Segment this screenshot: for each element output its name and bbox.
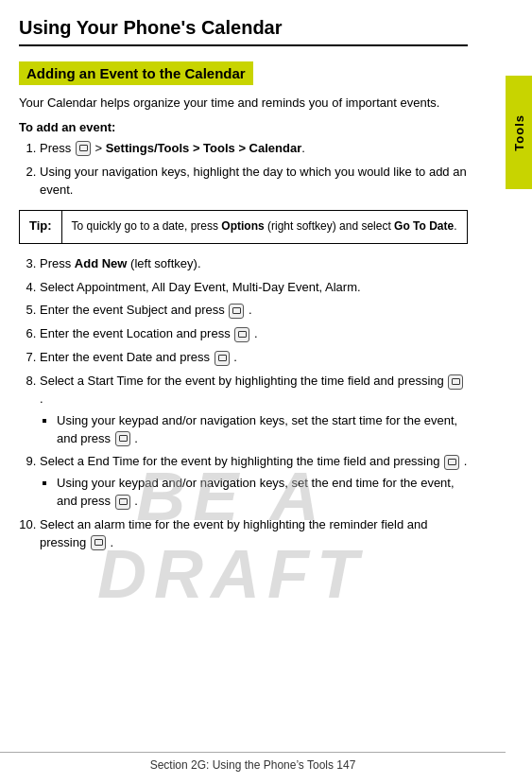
step-3: Press Add New (left softkey). bbox=[40, 255, 468, 273]
step-3-before: Press bbox=[40, 256, 75, 270]
step-9-after: . bbox=[464, 454, 468, 468]
step-8-sub-1: Using your keypad and/or navigation keys… bbox=[57, 412, 468, 448]
step-9-before: Select a End Time for the event by highl… bbox=[40, 454, 443, 468]
step-8: Select a Start Time for the event by hig… bbox=[40, 373, 468, 447]
step-6: Enter the event Location and press . bbox=[40, 325, 468, 343]
tip-text-after: . bbox=[454, 219, 456, 233]
ok-button-icon-8 bbox=[448, 374, 463, 390]
menu-button-icon bbox=[76, 141, 91, 156]
step-1-path: > Settings/Tools > Tools > Calendar. bbox=[94, 141, 304, 155]
step-10-after: . bbox=[110, 535, 113, 549]
sidebar-tab-label: Tools bbox=[512, 114, 526, 151]
step-8-after: . bbox=[40, 392, 43, 406]
step-6-after: . bbox=[254, 326, 258, 340]
step-2: Using your navigation keys, highlight th… bbox=[40, 164, 468, 200]
tip-goto-bold: Go To Date bbox=[394, 219, 454, 233]
intro-text: Your Calendar helps organize your time a… bbox=[19, 95, 468, 113]
step-8-sub-1-end: . bbox=[134, 431, 138, 445]
tip-text-middle: (right softkey) and select bbox=[265, 219, 394, 233]
tip-label: Tip: bbox=[20, 211, 62, 242]
step-6-before: Enter the event Location and press bbox=[40, 326, 233, 340]
tip-options-bold: Options bbox=[221, 219, 264, 233]
step-9-sub-1: Using your keypad and/or navigation keys… bbox=[57, 475, 468, 511]
ok-button-icon-9 bbox=[444, 455, 459, 470]
footer: Section 2G: Using the Phone’s Tools 147 bbox=[0, 752, 506, 772]
to-add-label: To add an event: bbox=[19, 120, 468, 134]
step-3-bold: Add New bbox=[75, 256, 128, 270]
main-content: Using Your Phone's Calendar Adding an Ev… bbox=[0, 0, 506, 577]
ok-button-icon-5 bbox=[229, 304, 244, 319]
step-7-after: . bbox=[233, 350, 237, 364]
ok-button-icon-6 bbox=[234, 327, 249, 342]
step-10: Select an alarm time for the event by hi… bbox=[40, 516, 468, 552]
tip-text-before: To quickly go to a date, press bbox=[72, 219, 222, 233]
ok-button-icon-9s bbox=[115, 495, 130, 510]
step-9-sub-1-end: . bbox=[134, 494, 138, 508]
page-title: Using Your Phone's Calendar bbox=[19, 17, 468, 46]
ok-button-icon-7 bbox=[215, 351, 230, 366]
step-8-before: Select a Start Time for the event by hig… bbox=[40, 374, 447, 388]
ok-button-icon-10 bbox=[91, 535, 106, 550]
step-7-before: Enter the event Date and press bbox=[40, 350, 214, 364]
step-3-after: (left softkey). bbox=[127, 256, 200, 270]
step-9: Select a End Time for the event by highl… bbox=[40, 453, 468, 511]
step-8-subbullets: Using your keypad and/or navigation keys… bbox=[57, 412, 468, 448]
sidebar-tab: Tools bbox=[506, 76, 532, 189]
step-7: Enter the event Date and press . bbox=[40, 349, 468, 367]
step-1-text: Press bbox=[40, 141, 75, 155]
section-heading: Adding an Event to the Calendar bbox=[19, 61, 253, 85]
step-1: Press > Settings/Tools > Tools > Calenda… bbox=[40, 140, 468, 158]
tip-box: Tip: To quickly go to a date, press Opti… bbox=[19, 210, 468, 243]
step-5-before: Enter the event Subject and press bbox=[40, 303, 228, 317]
step-9-subbullets: Using your keypad and/or navigation keys… bbox=[57, 475, 468, 511]
ok-button-icon-8s bbox=[115, 431, 130, 446]
step-5: Enter the event Subject and press . bbox=[40, 302, 468, 320]
tip-content: To quickly go to a date, press Options (… bbox=[62, 211, 467, 242]
steps-list: Press > Settings/Tools > Tools > Calenda… bbox=[40, 140, 468, 200]
step-5-after: . bbox=[249, 303, 252, 317]
steps-list-continued: Press Add New (left softkey). Select App… bbox=[40, 255, 468, 552]
step-4: Select Appointment, All Day Event, Multi… bbox=[40, 279, 468, 297]
